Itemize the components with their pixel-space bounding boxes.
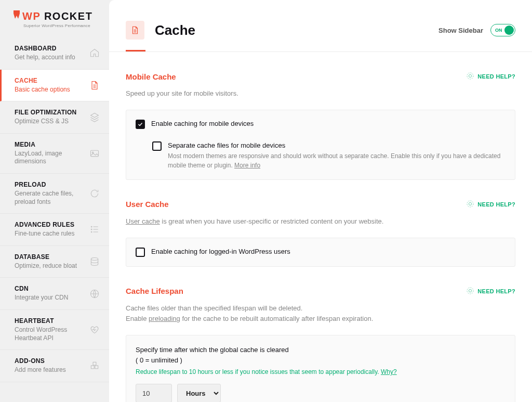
sidebar-item-sub: Fine-tune cache rules	[15, 230, 74, 238]
section-description: User cache is great when you have user-s…	[126, 216, 515, 227]
lifespan-tip: Reduce lifespan to 10 hours or less if y…	[136, 368, 506, 375]
need-help-link[interactable]: NEED HELP?	[466, 287, 515, 296]
need-help-label: NEED HELP?	[477, 73, 515, 80]
sidebar-item-label: ADVANCED RULES	[15, 221, 74, 228]
svg-point-1	[92, 152, 94, 153]
section-user-cache: User Cache NEED HELP? User cache is grea…	[126, 180, 515, 267]
lifespan-value-input[interactable]	[136, 384, 172, 402]
logo-tagline: Superior WordPress Performance	[13, 23, 96, 28]
user-cache-options: Enable caching for logged-in WordPress u…	[126, 238, 515, 267]
logo: WP ROCKET Superior WordPress Performance	[0, 0, 109, 37]
svg-point-3	[91, 229, 92, 230]
sidebar-item-sub: Integrate your CDN	[15, 294, 68, 302]
sidebar-item-dashboard[interactable]: DASHBOARD Get help, account info	[0, 37, 109, 70]
option-label: Enable caching for mobile devices	[151, 120, 506, 127]
need-help-link[interactable]: NEED HELP?	[466, 72, 515, 81]
svg-point-10	[467, 73, 473, 79]
user-cache-link[interactable]: User cache	[126, 217, 160, 225]
checkbox-enable-mobile-caching[interactable]	[136, 120, 145, 129]
sidebar-item-label: FILE OPTIMIZATION	[15, 109, 77, 116]
sidebar-item-label: HEARTBEAT	[15, 317, 85, 325]
sidebar-item-sub: Basic cache options	[15, 86, 70, 94]
svg-rect-8	[95, 366, 98, 369]
sidebar-item-advanced-rules[interactable]: ADVANCED RULES Fine-tune cache rules	[0, 214, 109, 246]
layers-icon	[89, 112, 100, 122]
sidebar-item-file-optimization[interactable]: FILE OPTIMIZATION Optimize CSS & JS	[0, 101, 109, 134]
sidebar-item-sub: Generate cache files, preload fonts	[15, 190, 85, 206]
sidebar-item-media[interactable]: MEDIA LazyLoad, image dimensions	[0, 134, 109, 174]
help-icon	[466, 287, 474, 296]
more-info-link[interactable]: More info	[234, 162, 260, 169]
sidebar-item-label: ADD-ONS	[15, 357, 66, 365]
checkbox-enable-logged-in-caching[interactable]	[136, 248, 145, 257]
section-title: Cache Lifespan	[126, 287, 183, 295]
sidebar-item-preload[interactable]: PRELOAD Generate cache files, preload fo…	[0, 174, 109, 214]
sidebar-item-label: CDN	[15, 285, 68, 292]
svg-point-12	[467, 201, 473, 207]
addons-icon	[89, 360, 100, 371]
svg-point-13	[469, 202, 472, 205]
cache-lifespan-options: Specify time after which the global cach…	[126, 335, 515, 402]
logo-rocket-text: ROCKET	[44, 10, 92, 22]
database-icon	[89, 256, 100, 267]
section-description: Cache files older than the specified lif…	[126, 303, 515, 325]
need-help-label: NEED HELP?	[477, 288, 515, 294]
file-icon	[89, 80, 100, 90]
main-panel: Cache Show Sidebar ON Mobile Cache NEED …	[109, 0, 532, 402]
need-help-link[interactable]: NEED HELP?	[466, 200, 515, 209]
sidebar-item-sub: Add more features	[15, 366, 66, 374]
sidebar-item-sub: Control WordPress Heartbeat API	[15, 326, 85, 342]
show-sidebar-label: Show Sidebar	[438, 27, 483, 34]
option-label: Separate cache files for mobile devices	[168, 141, 506, 149]
header: Cache Show Sidebar ON	[109, 0, 532, 50]
svg-point-11	[469, 74, 472, 77]
section-mobile-cache: Mobile Cache NEED HELP? Speed up your si…	[126, 52, 515, 180]
show-sidebar-toggle[interactable]: ON	[490, 24, 515, 36]
sidebar: WP ROCKET Superior WordPress Performance…	[0, 0, 109, 402]
list-icon	[89, 224, 100, 235]
sidebar-item-cache[interactable]: CACHE Basic cache options	[0, 70, 109, 102]
svg-point-15	[469, 289, 472, 292]
sidebar-item-label: DATABASE	[15, 253, 77, 261]
help-icon	[466, 72, 474, 81]
logo-wp-text: WP	[22, 10, 41, 22]
sidebar-item-label: CACHE	[15, 77, 70, 84]
section-title: User Cache	[126, 200, 169, 209]
section-title: Mobile Cache	[126, 72, 176, 81]
refresh-icon	[89, 188, 100, 199]
sidebar-item-label: DASHBOARD	[15, 45, 75, 52]
need-help-label: NEED HELP?	[477, 201, 515, 208]
why-link[interactable]: Why?	[381, 368, 397, 375]
sidebar-item-database[interactable]: DATABASE Optimize, reduce bloat	[0, 246, 109, 278]
help-icon	[466, 200, 474, 209]
toggle-state-label: ON	[495, 28, 502, 33]
sidebar-item-sub: Optimize CSS & JS	[15, 118, 77, 126]
svg-point-14	[467, 288, 473, 294]
svg-point-2	[91, 227, 92, 228]
svg-point-5	[91, 258, 98, 261]
sidebar-item-cdn[interactable]: CDN Integrate your CDN	[0, 278, 109, 310]
svg-point-4	[91, 232, 92, 233]
page-icon-cache	[126, 21, 144, 40]
preloading-link[interactable]: preloading	[149, 315, 180, 322]
sidebar-item-sub: Optimize, reduce bloat	[15, 262, 77, 270]
toggle-knob	[504, 25, 514, 35]
mobile-cache-options: Enable caching for mobile devices Separa…	[126, 110, 515, 180]
lifespan-unit-select[interactable]: Hours	[177, 384, 221, 402]
logo-icon	[13, 10, 21, 20]
option-label: Enable caching for logged-in WordPress u…	[151, 248, 506, 255]
sidebar-item-label: MEDIA	[15, 141, 85, 148]
globe-icon	[89, 289, 100, 299]
section-cache-lifespan: Cache Lifespan NEED HELP? Cache files ol…	[126, 267, 515, 402]
sidebar-item-sub: LazyLoad, image dimensions	[15, 150, 85, 166]
sidebar-item-heartbeat[interactable]: HEARTBEAT Control WordPress Heartbeat AP…	[0, 310, 109, 350]
sidebar-item-addons[interactable]: ADD-ONS Add more features	[0, 350, 109, 382]
option-description: Most modern themes are responsive and sh…	[168, 151, 506, 170]
svg-rect-0	[91, 150, 99, 157]
section-description: Speed up your site for mobile visitors.	[126, 88, 515, 99]
sidebar-item-sub: Get help, account info	[15, 54, 75, 62]
home-icon	[89, 48, 100, 58]
checkbox-separate-mobile-cache[interactable]	[152, 141, 162, 151]
image-icon	[89, 148, 100, 159]
lifespan-title: Specify time after which the global cach…	[136, 345, 506, 365]
